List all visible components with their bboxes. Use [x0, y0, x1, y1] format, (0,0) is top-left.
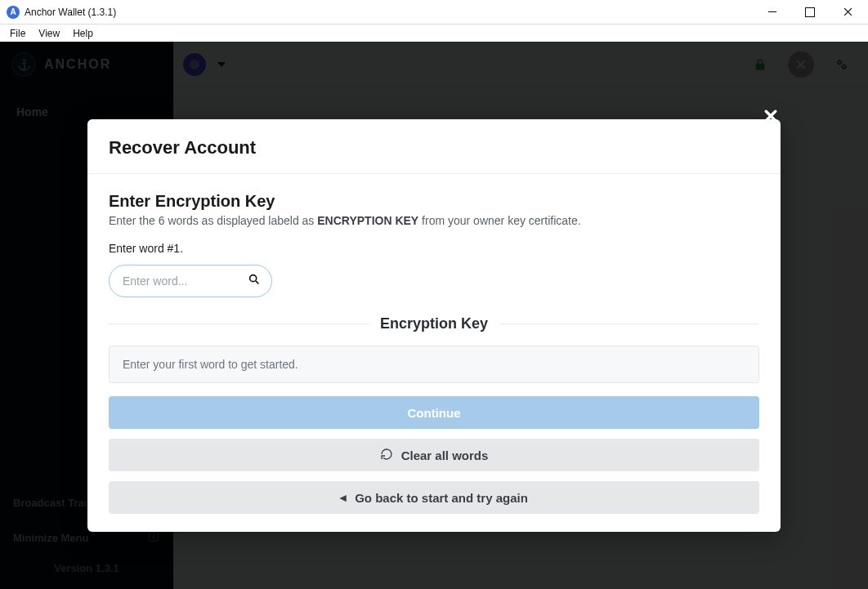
app-body: ANCHOR Home Broadcast Transaction Minimi… [0, 42, 868, 589]
window-minimize-button[interactable] [754, 0, 791, 25]
modal-body: Enter Encryption Key Enter the 6 words a… [87, 174, 781, 514]
section-desc-pre: Enter the 6 words as displayed labeld as [109, 214, 317, 227]
divider-line [109, 324, 369, 324]
close-icon [843, 7, 852, 16]
menu-file[interactable]: File [3, 26, 32, 41]
divider-line [499, 324, 759, 324]
recover-account-modal: Recover Account Enter Encryption Key Ent… [87, 119, 781, 532]
button-label: Continue [408, 406, 461, 420]
window-maximize-button[interactable] [791, 0, 829, 25]
continue-button[interactable]: Continue [109, 396, 759, 429]
window-title: Anchor Wallet (1.3.1) [25, 7, 116, 18]
button-label: Clear all words [401, 448, 489, 462]
clear-all-words-button[interactable]: Clear all words [109, 439, 759, 471]
refresh-icon [380, 448, 393, 463]
section-desc-post: from your owner key certificate. [418, 214, 580, 227]
menu-help[interactable]: Help [66, 26, 100, 41]
app-menubar: File View Help [0, 25, 868, 42]
word-prompt: Enter word #1. [109, 242, 759, 255]
modal-title: Recover Account [109, 137, 759, 158]
section-desc-strong: ENCRYPTION KEY [317, 214, 418, 227]
divider-label: Encryption Key [380, 315, 488, 332]
section-title: Enter Encryption Key [109, 192, 759, 211]
section-description: Enter the 6 words as displayed labeld as… [109, 214, 759, 227]
word-input-wrap [109, 265, 272, 297]
encryption-key-info: Enter your first word to get started. [109, 346, 759, 383]
go-back-button[interactable]: ◂ Go back to start and try again [109, 481, 759, 514]
window-titlebar: Anchor Wallet (1.3.1) [0, 0, 868, 25]
button-label: Go back to start and try again [355, 491, 528, 505]
window-close-button[interactable] [829, 0, 866, 25]
svg-point-4 [250, 275, 257, 282]
search-icon [248, 273, 261, 289]
modal-header: Recover Account [87, 119, 781, 174]
close-icon [764, 109, 777, 123]
app-icon [7, 6, 20, 19]
modal-close-button[interactable] [759, 105, 782, 127]
encryption-key-divider: Encryption Key [109, 315, 759, 332]
caret-left-icon: ◂ [340, 490, 347, 505]
menu-view[interactable]: View [32, 26, 66, 41]
